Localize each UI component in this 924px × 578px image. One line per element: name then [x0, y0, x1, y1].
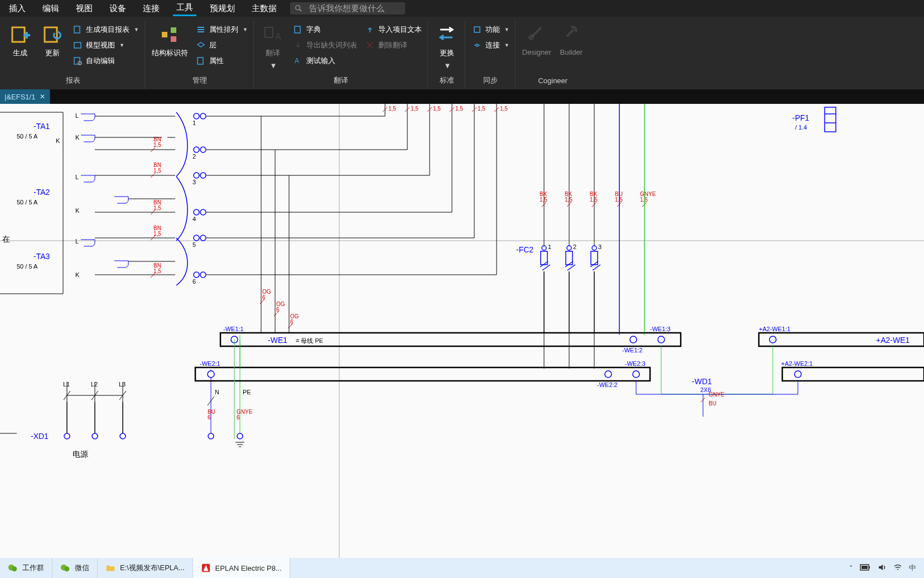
close-icon[interactable]: ✕: [40, 93, 45, 101]
svg-text:50 / 5 A: 50 / 5 A: [17, 199, 38, 206]
taskbar-item-wechat[interactable]: 微信: [52, 558, 98, 578]
svg-point-163: [208, 371, 214, 378]
menu-edit[interactable]: 编辑: [39, 2, 62, 16]
folder-icon: [105, 563, 116, 573]
svg-rect-162: [195, 367, 650, 381]
svg-rect-184: [869, 566, 870, 569]
svg-text:-TA2: -TA2: [33, 188, 50, 197]
btn-connection[interactable]: 连接▼: [472, 39, 509, 51]
svg-text:-WE2:1: -WE2:1: [200, 360, 220, 367]
svg-text:-WE1:3: -WE1:3: [650, 326, 671, 332]
group-translate: A 翻译▼ 字典 导出缺失词列表 A测试输入 导入项目文本 删除翻译 翻译: [255, 20, 428, 89]
svg-point-110: [592, 246, 596, 250]
btn-test-input[interactable]: A测试输入: [293, 55, 357, 67]
btn-designer: Designer: [522, 23, 551, 56]
btn-auto-edit[interactable]: 自动编辑: [73, 55, 139, 67]
btn-model-view[interactable]: 模型视图▼: [73, 39, 139, 51]
group-sync: 功能▼ 连接▼ 同步: [466, 20, 516, 89]
btn-structure-id[interactable]: 结构标识符: [152, 23, 188, 58]
search-input[interactable]: 告诉我你想要做什么: [290, 2, 405, 15]
svg-rect-26: [474, 27, 480, 32]
svg-rect-115: [825, 107, 836, 132]
schematic-canvas[interactable]: 在 -TA1 50 / 5 A K L K -TA2 50 / 5 A L K …: [0, 104, 924, 561]
svg-text:3: 3: [192, 179, 196, 185]
tab-bar: |&EFS1/1 ✕: [0, 89, 924, 104]
taskbar-item-workgroup[interactable]: 工作群: [0, 558, 52, 578]
taskbar-item-explorer[interactable]: E:\视频发布\EPLA...: [98, 558, 193, 578]
block-ta1: -TA1 50 / 5 A K L K: [17, 112, 95, 144]
btn-prop-arrange[interactable]: 属性排列▼: [196, 23, 248, 36]
svg-text:3: 3: [598, 243, 601, 250]
svg-point-156: [658, 336, 665, 343]
menu-master[interactable]: 主数据: [248, 2, 280, 16]
fc-drops: BK1,5 BK1,5 BK1,5 BU1,5 GNYE1,5 -FC2 1 2…: [516, 104, 656, 369]
svg-text:-WE1:2: -WE1:2: [622, 347, 643, 354]
svg-text:1,5: 1,5: [478, 106, 485, 112]
btn-layers[interactable]: 层: [196, 39, 248, 51]
svg-text:L3: L3: [119, 381, 126, 388]
btn-function[interactable]: 功能▼: [472, 23, 509, 36]
svg-text:+A2-WE2:1: +A2-WE2:1: [781, 360, 813, 367]
btn-delete-translation: 删除翻译: [365, 39, 422, 51]
pf1: -PF1 / 1.4: [792, 107, 836, 132]
chevron-down-icon: ▼: [243, 27, 248, 32]
svg-text:-PF1: -PF1: [792, 113, 810, 122]
svg-text:50 / 5 A: 50 / 5 A: [17, 263, 38, 270]
btn-dictionary[interactable]: 字典: [293, 23, 357, 36]
svg-point-167: [633, 371, 639, 378]
menu-insert[interactable]: 插入: [6, 2, 29, 16]
btn-update[interactable]: 更新: [40, 23, 65, 58]
menu-connect[interactable]: 连接: [139, 2, 163, 16]
btn-gen-project-report[interactable]: 生成项目报表▼: [73, 23, 139, 36]
svg-rect-11: [171, 27, 176, 33]
svg-text:+A2-WE1:1: +A2-WE1:1: [759, 326, 791, 332]
group-label-manage: 管理: [192, 74, 207, 87]
menubar: 插入 编辑 视图 设备 连接 工具 预规划 主数据 告诉我你想要做什么: [0, 0, 924, 17]
document-tab[interactable]: |&EFS1/1 ✕: [0, 89, 50, 104]
svg-point-70: [194, 235, 199, 241]
svg-text:= 母线 PE: = 母线 PE: [296, 337, 323, 344]
tray-chevron-icon[interactable]: ˄: [849, 564, 853, 572]
svg-text:L1: L1: [63, 381, 70, 388]
tray-volume-icon[interactable]: [878, 563, 887, 574]
svg-point-74: [200, 272, 206, 278]
btn-properties[interactable]: 属性: [196, 55, 248, 67]
svg-text:1,5: 1,5: [455, 106, 463, 112]
svg-point-64: [194, 173, 199, 178]
btn-import-project-text[interactable]: 导入项目文本: [365, 23, 422, 36]
svg-rect-6: [74, 26, 80, 33]
group-label-translate: 翻译: [334, 74, 348, 87]
svg-point-68: [200, 209, 206, 215]
tray-ime[interactable]: 中: [909, 563, 916, 573]
svg-rect-7: [74, 42, 81, 48]
svg-text:4: 4: [192, 216, 196, 222]
svg-text:-WE2:2: -WE2:2: [597, 381, 618, 388]
svg-text:K: K: [56, 137, 60, 144]
svg-text:-WE1: -WE1: [268, 336, 287, 345]
svg-point-165: [605, 371, 612, 378]
tray-wifi-icon[interactable]: [893, 563, 902, 574]
svg-text:-XD1: -XD1: [31, 432, 49, 441]
svg-text:BU: BU: [709, 400, 716, 407]
tray-battery-icon[interactable]: [860, 564, 871, 572]
btn-replace[interactable]: 更换▼: [435, 23, 459, 70]
svg-text:1,5: 1,5: [411, 106, 418, 112]
svg-text:/ 1.4: / 1.4: [795, 124, 807, 131]
system-tray[interactable]: ˄ 中: [841, 563, 924, 574]
svg-text:1,5: 1,5: [388, 106, 396, 112]
chevron-down-icon: ▼: [504, 27, 509, 32]
taskbar-item-eplan[interactable]: EPLAN Electric P8...: [193, 558, 290, 578]
svg-text:-FC2: -FC2: [516, 245, 533, 254]
menu-tools[interactable]: 工具: [173, 1, 196, 16]
svg-text:电源: 电源: [73, 450, 88, 458]
svg-point-104: [542, 246, 546, 250]
svg-text:1,5: 1,5: [615, 197, 623, 203]
svg-text:6: 6: [208, 414, 211, 421]
group-reports: 生成 更新 生成项目报表▼ 模型视图▼ 自动编辑 报表: [2, 20, 145, 89]
menu-preplan[interactable]: 预规划: [206, 2, 238, 16]
btn-generate[interactable]: 生成: [8, 23, 32, 58]
chevron-down-icon: ▼: [119, 42, 124, 48]
svg-text:1,5: 1,5: [590, 197, 598, 203]
menu-view[interactable]: 视图: [73, 2, 96, 16]
menu-device[interactable]: 设备: [106, 2, 129, 16]
